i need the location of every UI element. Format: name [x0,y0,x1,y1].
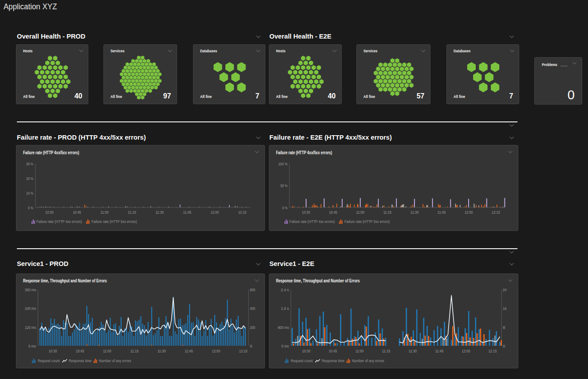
svg-text:0 %: 0 % [282,205,288,210]
svg-text:11:00: 11:00 [355,348,364,353]
svg-text:12:00: 12:00 [465,210,473,215]
svg-text:0: 0 [250,344,252,348]
svg-text:0 ms: 0 ms [28,344,36,348]
svg-text:10:30: 10:30 [302,348,311,353]
svg-text:11:30: 11:30 [158,348,166,353]
svg-text:10:45: 10:45 [329,348,337,353]
svg-text:11:15: 11:15 [382,348,391,353]
svg-text:11:00: 11:00 [100,210,109,215]
svg-text:12:15: 12:15 [238,210,247,215]
svg-text:0: 0 [503,344,505,348]
svg-text:800 ms: 800 ms [278,325,289,330]
svg-text:120 ms: 120 ms [25,325,36,330]
svg-text:2.4 s: 2.4 s [281,287,289,292]
svg-text:11:45: 11:45 [438,210,446,215]
svg-text:24: 24 [503,287,507,292]
svg-text:11:30: 11:30 [155,210,164,215]
svg-text:12:15: 12:15 [239,348,248,353]
svg-text:16: 16 [503,306,507,311]
svg-text:11:30: 11:30 [410,210,419,215]
svg-text:11:15: 11:15 [130,348,139,353]
svg-text:400: 400 [250,306,255,311]
svg-text:240 ms: 240 ms [25,306,36,311]
svg-text:20 %: 20 % [26,176,33,181]
svg-text:12:00: 12:00 [462,348,470,353]
svg-text:12:15: 12:15 [492,210,500,215]
svg-text:11:45: 11:45 [185,348,193,353]
svg-text:10:45: 10:45 [73,210,81,215]
svg-text:8: 8 [503,325,505,330]
svg-text:11:15: 11:15 [383,210,392,215]
svg-text:50 %: 50 % [280,183,288,188]
svg-text:100 %: 100 % [278,161,288,166]
svg-text:10:30: 10:30 [302,210,310,215]
svg-text:10:45: 10:45 [329,210,337,215]
svg-text:200: 200 [250,325,255,330]
svg-text:0 ms: 0 ms [281,344,289,348]
svg-text:12:15: 12:15 [489,348,497,353]
svg-text:11:00: 11:00 [356,210,365,215]
svg-text:12:00: 12:00 [211,210,219,215]
svg-text:10:30: 10:30 [45,210,54,215]
svg-text:600: 600 [250,287,255,292]
svg-text:11:45: 11:45 [435,348,444,353]
svg-text:11:00: 11:00 [103,348,111,353]
svg-text:10 %: 10 % [26,191,33,195]
svg-text:0 %: 0 % [28,205,33,210]
svg-text:10:45: 10:45 [76,348,84,353]
svg-text:11:45: 11:45 [183,210,192,215]
svg-text:11:15: 11:15 [128,210,136,215]
svg-text:360 ms: 360 ms [25,287,36,292]
svg-text:10:30: 10:30 [49,348,57,353]
svg-text:30 %: 30 % [26,161,33,166]
svg-text:11:30: 11:30 [409,348,417,353]
svg-text:1.6 s: 1.6 s [281,306,289,311]
svg-text:12:00: 12:00 [212,348,221,353]
